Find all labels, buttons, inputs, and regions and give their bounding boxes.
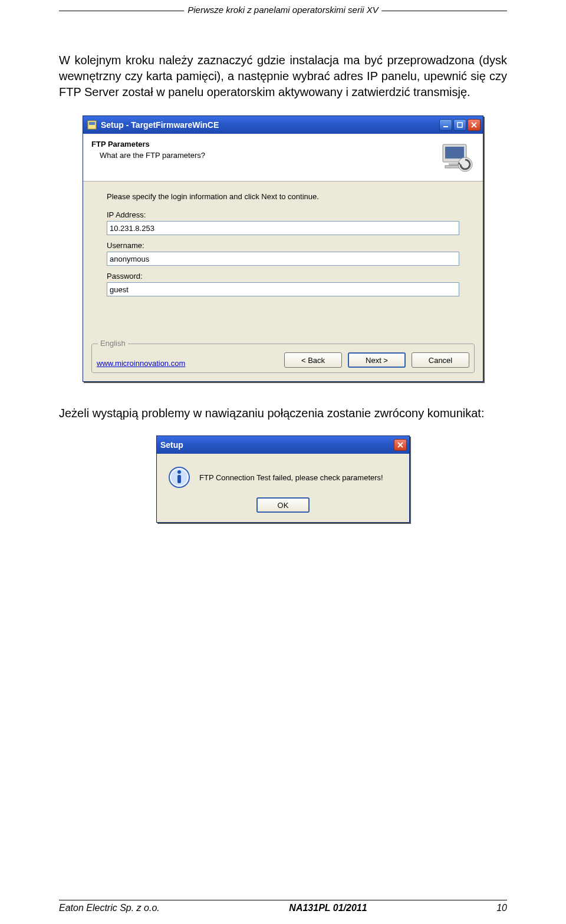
close-button[interactable] xyxy=(468,119,481,131)
footer-page-number: 10 xyxy=(496,903,507,913)
back-button[interactable]: < Back xyxy=(284,352,342,368)
footer-center: NA131PL 01/2011 xyxy=(289,903,367,913)
wizard-subtitle: What are the FTP parameters? xyxy=(91,151,433,160)
ip-input[interactable] xyxy=(107,221,459,235)
cancel-button[interactable]: Cancel xyxy=(412,352,469,368)
ok-button[interactable]: OK xyxy=(256,497,310,513)
window-title: Setup - TargetFirmwareWinCE xyxy=(101,120,436,130)
msg-close-button[interactable] xyxy=(394,439,407,451)
svg-rect-2 xyxy=(443,126,448,127)
svg-rect-3 xyxy=(458,123,462,127)
maximize-button[interactable] xyxy=(453,119,466,131)
username-input[interactable] xyxy=(107,252,459,266)
website-link[interactable]: www.microinnovation.com xyxy=(97,359,185,368)
wizard-title: FTP Parameters xyxy=(91,140,433,148)
setup-window: Setup - TargetFirmwareWinCE FTP Paramete… xyxy=(83,116,483,382)
footer-left: Eaton Electric Sp. z o.o. xyxy=(59,903,160,913)
language-label: English xyxy=(98,339,128,348)
username-label: Username: xyxy=(107,241,459,250)
form-intro: Please specify the login information and… xyxy=(107,192,459,201)
info-icon xyxy=(167,466,191,489)
wizard-header: FTP Parameters What are the FTP paramete… xyxy=(83,134,483,181)
password-label: Password: xyxy=(107,272,459,280)
msg-text: FTP Connection Test failed, please check… xyxy=(199,473,383,482)
page-header: Pierwsze kroki z panelami operatorskimi … xyxy=(184,5,381,15)
computer-icon xyxy=(439,140,475,175)
messagebox: Setup FTP Connection Test failed, please… xyxy=(156,435,410,523)
svg-rect-13 xyxy=(177,475,181,483)
intro-paragraph: W kolejnym kroku należy zaznaczyć gdzie … xyxy=(59,52,507,100)
svg-rect-1 xyxy=(89,122,95,125)
titlebar[interactable]: Setup - TargetFirmwareWinCE xyxy=(83,116,483,134)
msg-titlebar[interactable]: Setup xyxy=(157,436,409,454)
password-input[interactable] xyxy=(107,282,459,296)
next-button[interactable]: Next > xyxy=(348,352,406,368)
svg-point-12 xyxy=(177,470,181,474)
installer-icon xyxy=(87,120,97,130)
problems-paragraph: Jeżeli wystąpią problemy w nawiązaniu po… xyxy=(59,405,507,421)
minimize-button[interactable] xyxy=(439,119,452,131)
ip-label: IP Address: xyxy=(107,210,459,219)
msg-title: Setup xyxy=(160,440,390,450)
svg-rect-5 xyxy=(445,147,464,159)
